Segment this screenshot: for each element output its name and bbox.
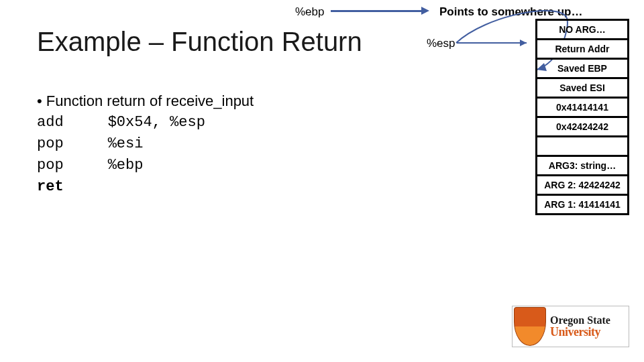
arrow-head-icon — [421, 7, 429, 15]
shield-icon — [514, 307, 546, 346]
stack-cell-saved-ebp: Saved EBP — [535, 58, 629, 79]
slide-body: • Function return of receive_input add $… — [37, 90, 254, 197]
stack-cell-val2: 0x42424242 — [535, 116, 629, 137]
code-line-1: add $0x54, %esp — [37, 112, 254, 133]
stack-cell-return-addr: Return Addr — [535, 38, 629, 60]
logo-line1: Oregon State — [550, 315, 610, 326]
esp-pointer-label: %esp — [427, 37, 455, 50]
stack-diagram: NO ARG… Return Addr Saved EBP Saved ESI … — [535, 19, 629, 213]
svg-marker-0 — [520, 40, 527, 46]
stack-cell-val1: 0x41414141 — [535, 97, 629, 118]
stack-cell-arg2: ARG 2: 42424242 — [535, 174, 629, 196]
logo-line2: University — [550, 326, 610, 338]
ebp-pointer-label: %ebp — [295, 5, 324, 19]
code-line-4: ret — [37, 176, 254, 198]
stack-cell-saved-esi: Saved ESI — [535, 77, 629, 99]
stack-cell-arg3: ARG3: string… — [535, 155, 629, 176]
stack-cell-arg1: ARG 1: 41414141 — [535, 194, 629, 215]
arrow-line — [331, 10, 425, 12]
slide-title: Example – Function Return — [37, 27, 362, 57]
bullet-line: • Function return of receive_input — [37, 90, 254, 112]
osu-logo: Oregon State University — [512, 306, 629, 347]
stack-cell-noarg: NO ARG… — [535, 19, 629, 40]
stack-cell-empty — [535, 135, 629, 157]
code-line-3: pop %ebp — [37, 155, 254, 176]
code-line-2: pop %esi — [37, 133, 254, 155]
arrow-caption: Points to somewhere up… — [439, 5, 582, 19]
logo-text: Oregon State University — [550, 315, 610, 338]
